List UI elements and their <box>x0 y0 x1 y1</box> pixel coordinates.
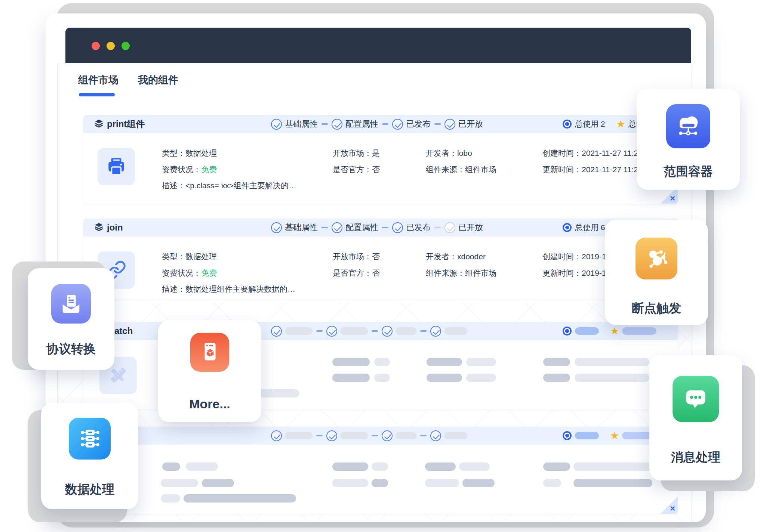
skeleton-pill <box>573 463 652 471</box>
check-icon <box>271 119 282 130</box>
skeleton-pill <box>332 479 368 487</box>
status-steps: 基础属性 配置属性 已发布 已开放 <box>271 115 483 133</box>
feature-label: 消息处理 <box>671 449 720 466</box>
component-card-print[interactable]: print组件 基础属性 配置属性 已发布 已开放 总使用 2 <box>83 115 678 204</box>
step-connector <box>382 227 388 228</box>
step-connector <box>420 435 427 436</box>
page: 组件市场 我的组件 print组件 基础属性 <box>0 0 763 532</box>
status-steps-skeleton <box>271 427 467 445</box>
feature-card-protocol-conversion[interactable]: 协议转换 <box>28 268 114 370</box>
card-title: join <box>107 222 123 233</box>
skeleton-pill <box>575 327 599 335</box>
window-titlebar <box>65 28 691 63</box>
feature-label: 协议转换 <box>46 341 96 358</box>
skeleton-pill <box>332 358 370 366</box>
skeleton-pill <box>573 479 652 487</box>
star-icon: ★ <box>610 431 619 441</box>
data-nodes-icon <box>69 418 111 460</box>
tab-bar: 组件市场 我的组件 <box>78 73 178 96</box>
storefront-icon <box>190 333 229 372</box>
card-title: print组件 <box>107 118 145 130</box>
skeleton-pill <box>622 327 656 335</box>
check-icon <box>382 326 393 337</box>
skeleton-pill <box>466 358 496 366</box>
printer-icon <box>98 148 135 185</box>
skeleton-pill <box>543 463 570 471</box>
usage-count: 总使用 2 <box>575 119 605 129</box>
star-icon: ★ <box>616 119 625 129</box>
check-icon <box>326 326 337 337</box>
step-connector <box>372 330 378 332</box>
card-stats: 总使用 6 <box>563 219 605 236</box>
fold-corner <box>661 497 678 514</box>
feature-card-breakpoint-trigger[interactable]: 断点触发 <box>605 220 708 325</box>
card-stats: 总使用 2 ★ 总评 <box>563 115 644 133</box>
feature-label: More... <box>189 397 230 411</box>
check-icon <box>444 119 455 130</box>
cloud-network-icon <box>666 104 710 148</box>
usage-count: 总使用 6 <box>575 222 605 233</box>
status-steps-skeleton <box>271 322 467 340</box>
step-connector <box>434 227 441 228</box>
close-window-button[interactable] <box>92 42 100 50</box>
document-inbox-icon <box>51 284 91 324</box>
check-icon <box>332 222 342 233</box>
card-header: join 基础属性 配置属性 已发布 已开放 总使用 6 <box>83 219 678 236</box>
feature-card-scope-container[interactable]: 范围容器 <box>637 89 740 190</box>
minimize-window-button[interactable] <box>107 42 115 50</box>
tab-label: 我的组件 <box>138 74 178 86</box>
feature-card-data-processing[interactable]: 数据处理 <box>41 403 138 509</box>
usage-icon <box>563 431 572 440</box>
component-card-skeleton[interactable]: ★ <box>83 427 678 514</box>
skeleton-pill <box>575 432 599 439</box>
step-connector <box>382 123 388 125</box>
tab-my-components[interactable]: 我的组件 <box>138 73 178 96</box>
card-header: print组件 基础属性 配置属性 已发布 已开放 总使用 2 <box>83 115 678 133</box>
skeleton-pill <box>374 374 390 382</box>
step-connector <box>372 435 378 436</box>
star-icon: ★ <box>610 326 619 336</box>
card-header: ★ <box>83 427 678 445</box>
skeleton-pill <box>184 494 296 502</box>
step-connector <box>321 123 328 125</box>
skeleton-pill <box>396 432 416 439</box>
skeleton-pill <box>161 479 198 487</box>
check-icon <box>271 326 282 337</box>
skeleton-pill <box>543 374 570 382</box>
skeleton-pill <box>186 463 218 471</box>
maximize-window-button[interactable] <box>121 42 130 50</box>
skeleton-pill <box>425 479 459 487</box>
molecule-icon <box>636 238 677 279</box>
component-card-join[interactable]: join 基础属性 配置属性 已发布 已开放 总使用 6 <box>83 219 678 299</box>
card-title: atch <box>114 326 133 336</box>
skeleton-pill <box>340 432 368 439</box>
skeleton-pill <box>372 479 388 487</box>
skeleton-pill <box>340 327 368 335</box>
tab-label: 组件市场 <box>78 74 119 86</box>
card-body: 类型：数据处理 资费状况：免费 描述：数据处理组件主要解决数据的… 开放市场：否… <box>83 236 678 299</box>
skeleton-pill <box>466 374 496 382</box>
card-body: 类型：数据处理 资费状况：免费 描述：<p.class= xx>组件主要解决的…… <box>83 133 678 204</box>
feature-card-message-processing[interactable]: 消息处理 <box>649 355 742 480</box>
step-connector <box>434 123 441 125</box>
layers-icon <box>94 222 104 233</box>
close-card-icon[interactable]: × <box>670 194 675 203</box>
skeleton-pill <box>425 463 456 471</box>
skeleton-pill <box>396 327 416 335</box>
status-steps: 基础属性 配置属性 已发布 已开放 <box>271 219 483 236</box>
skeleton-pill <box>332 463 368 471</box>
skeleton-pill <box>459 463 490 471</box>
feature-label: 数据处理 <box>65 481 114 498</box>
skeleton-pill <box>161 494 180 502</box>
check-icon <box>430 326 441 337</box>
card-body: × <box>83 445 678 514</box>
close-card-icon[interactable]: × <box>670 504 675 513</box>
feature-card-more[interactable]: More... <box>158 320 261 422</box>
tab-component-market[interactable]: 组件市场 <box>78 73 119 96</box>
skeleton-pill <box>575 374 649 382</box>
skeleton-pill <box>427 374 462 382</box>
skeleton-pill <box>444 432 467 439</box>
check-icon <box>382 430 393 441</box>
skeleton-pill <box>374 358 390 366</box>
check-icon <box>392 119 403 130</box>
